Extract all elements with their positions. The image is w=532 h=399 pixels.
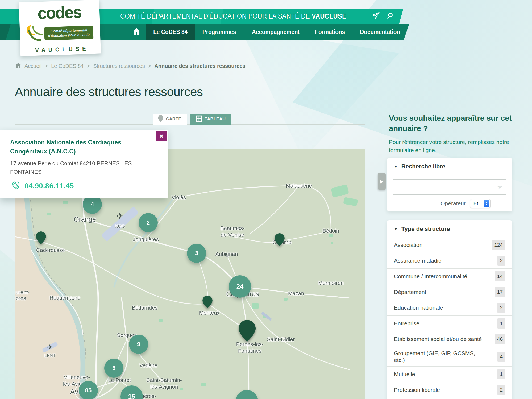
tab-carte[interactable]: CARTE <box>153 114 187 125</box>
search-input[interactable] <box>393 179 506 195</box>
map-pin-monteux[interactable] <box>202 296 213 309</box>
operator-label: Opérateur <box>440 200 466 207</box>
map-label: Mazan <box>288 290 304 297</box>
filter-row-mutuelle[interactable]: Mutuelle 1 <box>387 366 512 382</box>
map-cluster[interactable]: 5 <box>104 359 123 378</box>
map-label: Le Pontet <box>108 377 131 384</box>
map-label: Beaumes- de-Venise <box>220 225 244 238</box>
collapse-triangle-icon: ▼ <box>394 164 398 169</box>
home-icon <box>133 28 140 36</box>
count-badge: 14 <box>495 271 505 281</box>
map-label: Roquemaure <box>49 294 80 301</box>
nav-item-documentation[interactable]: Documentation <box>352 24 408 40</box>
filter-row-association[interactable]: Association 124 <box>387 237 512 253</box>
count-badge: 46 <box>495 334 505 344</box>
sidebar-cta-title: Vous souhaitez apparaître sur cet annuai… <box>389 113 514 134</box>
map-label: LFNT <box>44 352 56 359</box>
tab-tableau[interactable]: TABLEAU <box>190 114 231 125</box>
filter-row-assurance-maladie[interactable]: Assurance maladie 2 <box>387 253 512 268</box>
sidebar-cta-link[interactable]: Pour référencer votre structure, remplis… <box>389 138 523 154</box>
map-label: bres <box>16 295 26 302</box>
popup-address: 17 avenue Perle du Comtat 84210 PERNES L… <box>10 159 140 176</box>
filter-row-departement[interactable]: Département 17 <box>387 284 512 300</box>
page-title: Annuaire des structures ressources <box>15 85 203 99</box>
nav-item-nos-publications[interactable]: Nos publications <box>408 24 468 40</box>
background-shape <box>239 27 399 160</box>
sidebar-collapse-toggle[interactable]: ▶ <box>378 173 386 190</box>
nav-item-le-codes-84[interactable]: Le CoDES 84 <box>146 24 195 40</box>
search-icon[interactable] <box>387 12 395 20</box>
count-badge: 2 <box>497 303 505 313</box>
codes-emblem-icon <box>27 24 42 42</box>
select-stepper-icon: ▲▼ <box>484 200 489 207</box>
filter-row-groupement[interactable]: Groupement (GIE, GIP, GCSMS, etc.) 4 <box>387 347 512 366</box>
map-popup: Association Nationale des Cardiaques Con… <box>0 130 168 198</box>
close-icon[interactable]: ✕ <box>156 131 167 141</box>
search-panel-header[interactable]: ▼ Recherche libre <box>387 158 512 174</box>
table-icon <box>196 115 202 123</box>
map-label: Caderousse <box>36 247 65 253</box>
filter-row-services-etat[interactable]: Services de l'Etat (sauf Education natio… <box>387 398 512 399</box>
filter-row-commune[interactable]: Commune / Intercommunalité 14 <box>387 268 512 284</box>
breadcrumb-accueil[interactable]: Accueil <box>24 63 41 69</box>
map-cluster[interactable]: 2 <box>139 213 158 232</box>
map-pin-caromb[interactable] <box>275 233 285 247</box>
filter-panel-header[interactable]: ▼ Type de structure <box>387 220 512 237</box>
nav-item-programmes[interactable]: Programmes <box>195 24 244 40</box>
breadcrumb-current: Annuaire des structures ressources <box>154 63 245 69</box>
map-cluster[interactable]: 24 <box>229 275 251 298</box>
map-label: Monteux <box>199 310 220 316</box>
map-cluster[interactable]: 9 <box>129 335 148 354</box>
count-badge: 2 <box>497 256 505 266</box>
nav-home-button[interactable] <box>127 24 146 40</box>
count-badge: 4 <box>497 352 505 362</box>
map-label: Mormoiron <box>318 280 344 286</box>
popup-structure-name: Association Nationale des Cardiaques Con… <box>10 138 154 156</box>
logo-tagline: Comité départemental d'éducation pour la… <box>44 26 93 40</box>
map-label: Violès <box>172 194 186 201</box>
filter-row-profession-liberale[interactable]: Profession libérale 2 <box>387 382 512 398</box>
nav-item-accompagnement[interactable]: Accompagnement <box>244 24 308 40</box>
map-label: Jonquières <box>133 236 159 243</box>
map-label: Malaucène <box>286 182 312 189</box>
map-label: Bédarrides <box>132 305 158 311</box>
breadcrumb-structures-ressources[interactable]: Structures ressources <box>93 63 145 69</box>
map-label: XOG <box>115 223 125 230</box>
breadcrumb-home-icon[interactable] <box>15 63 21 69</box>
map-label: Vedène <box>139 362 157 369</box>
map-pin-caderousse[interactable] <box>36 231 46 245</box>
map-cluster[interactable]: 3 <box>187 244 206 263</box>
filter-row-education-nationale[interactable]: Education nationale 2 <box>387 300 512 315</box>
svg-text:✈: ✈ <box>47 343 53 351</box>
map-label: Aubignan <box>215 251 238 257</box>
filter-panel-title: Type de structure <box>401 226 450 232</box>
map-label: Bédoin <box>323 228 339 234</box>
filter-row-etablissement[interactable]: Etablissement social et/ou de santé 46 <box>387 331 512 347</box>
site-logo[interactable]: codes Comité départemental d'éducation p… <box>19 0 101 56</box>
search-panel: ▼ Recherche libre ➢ Opérateur Et ▲▼ <box>387 158 512 211</box>
breadcrumb-le-codes-84[interactable]: Le CoDES 84 <box>51 63 84 69</box>
operator-select[interactable]: Et ▲▼ <box>470 199 491 208</box>
map-cluster[interactable]: 85 <box>79 381 98 399</box>
count-badge: 2 <box>497 385 505 395</box>
collapse-triangle-icon: ▼ <box>394 227 398 231</box>
play-icon: ▶ <box>380 179 383 184</box>
popup-phone-link[interactable]: 04.90.86.11.45 <box>10 180 157 192</box>
logo-brand-text: codes <box>19 3 100 22</box>
count-badge: 1 <box>497 369 505 379</box>
map-pin-pernes-selected[interactable] <box>239 318 256 345</box>
map-label: Saint-Saturnin- lès-Avignon <box>146 377 182 390</box>
count-badge: 124 <box>492 240 505 250</box>
map-pin-icon <box>158 115 163 123</box>
nav-item-formations[interactable]: Formations <box>308 24 352 40</box>
svg-text:✈: ✈ <box>116 211 124 221</box>
filter-row-entreprise[interactable]: Entreprise 1 <box>387 315 512 331</box>
phone-icon <box>10 180 20 192</box>
logo-region-text: VAUCLUSE <box>20 45 101 54</box>
search-panel-title: Recherche libre <box>401 163 445 170</box>
breadcrumb: Accueil > Le CoDES 84 > Structures resso… <box>15 63 246 69</box>
count-badge: 17 <box>495 287 505 297</box>
send-icon[interactable] <box>372 12 380 20</box>
count-badge: 1 <box>497 318 505 329</box>
map-label: Orange <box>74 216 96 223</box>
